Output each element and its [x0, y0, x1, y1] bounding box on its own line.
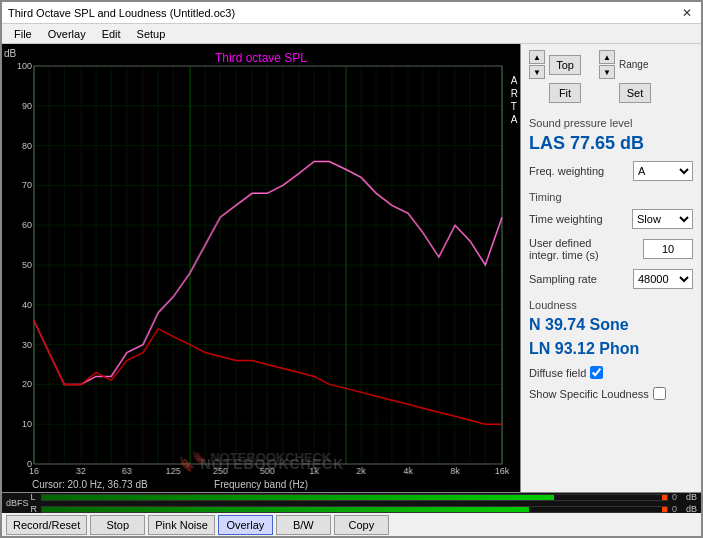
r-meter-peak: [662, 507, 667, 512]
main-window: Third Octave SPL and Loudness (Untitled.…: [0, 0, 703, 538]
set-button[interactable]: Set: [619, 83, 651, 103]
sampling-rate-select[interactable]: 48000 44100 96000: [633, 269, 693, 289]
close-button[interactable]: ✕: [679, 5, 695, 21]
cursor-info: Cursor: 20.0 Hz, 36.73 dB: [32, 479, 148, 490]
spl-section-label: Sound pressure level: [529, 117, 693, 129]
loudness-ln-value: LN 93.12 Phon: [529, 339, 693, 360]
main-content: Third octave SPL dB ARTA Cursor: 20.0 Hz…: [2, 44, 701, 492]
bw-button[interactable]: B/W: [276, 515, 331, 535]
loudness-n-value: N 39.74 Sone: [529, 315, 693, 336]
time-weighting-select[interactable]: Slow Fast Impulse: [632, 209, 693, 229]
fit-button[interactable]: Fit: [549, 83, 581, 103]
pink-noise-button[interactable]: Pink Noise: [148, 515, 215, 535]
copy-button[interactable]: Copy: [334, 515, 389, 535]
l-channel-label: L: [31, 492, 39, 502]
l-meter-fill: [42, 495, 555, 500]
r-channel-label: R: [31, 504, 39, 514]
top-controls-section: ▲ ▼ Top ▲ ▼ Range Fit Set: [529, 50, 693, 105]
spl-value: LAS 77.65 dB: [529, 133, 693, 155]
window-title: Third Octave SPL and Loudness (Untitled.…: [8, 7, 235, 19]
y-axis-label: dB: [4, 48, 16, 59]
timing-section-label: Timing: [529, 191, 693, 203]
l-meter-track: [41, 494, 668, 501]
range-down-arrow[interactable]: ▼: [599, 65, 615, 79]
diffuse-field-label: Diffuse field: [529, 367, 586, 379]
l-db-val: 0: [672, 492, 684, 502]
top-button[interactable]: Top: [549, 55, 581, 75]
sidebar: ▲ ▼ Top ▲ ▼ Range Fit Set: [521, 44, 701, 492]
menu-setup[interactable]: Setup: [129, 26, 174, 41]
diffuse-field-checkbox[interactable]: [590, 366, 603, 379]
db-unit: dB: [686, 492, 697, 502]
time-weighting-row: Time weighting Slow Fast Impulse: [529, 209, 693, 229]
menu-overlay[interactable]: Overlay: [40, 26, 94, 41]
specific-loudness-row: Show Specific Loudness: [529, 387, 693, 400]
stop-button[interactable]: Stop: [90, 515, 145, 535]
fit-row: Fit Set: [529, 83, 693, 103]
arta-label: ARTA: [511, 74, 518, 126]
r-meter-fill: [42, 507, 530, 512]
range-label: Range: [619, 59, 648, 70]
sampling-rate-row: Sampling rate 48000 44100 96000: [529, 269, 693, 289]
diffuse-field-row: Diffuse field: [529, 366, 693, 379]
specific-loudness-label: Show Specific Loudness: [529, 388, 649, 400]
sampling-rate-label: Sampling rate: [529, 273, 597, 285]
range-arrows: ▲ ▼: [599, 50, 615, 79]
menu-edit[interactable]: Edit: [94, 26, 129, 41]
title-bar: Third Octave SPL and Loudness (Untitled.…: [2, 2, 701, 24]
r-meter-track: [41, 506, 668, 513]
freq-weighting-label: Freq. weighting: [529, 165, 604, 177]
watermark: 🔖 NOTEBOOKCHECK: [178, 456, 345, 472]
range-up-arrow[interactable]: ▲: [599, 50, 615, 64]
meter-bar: dBFS L 0 dB R 0: [2, 493, 701, 513]
l-meter-peak: [662, 495, 667, 500]
integr-time-label: User definedintegr. time (s): [529, 237, 599, 261]
freq-band-label: Frequency band (Hz): [214, 479, 308, 490]
chart-area: Third octave SPL dB ARTA Cursor: 20.0 Hz…: [2, 44, 521, 492]
chart-canvas: [2, 44, 520, 492]
chart-title: Third octave SPL: [2, 48, 520, 68]
top-up-arrow[interactable]: ▲: [529, 50, 545, 64]
integr-time-row: User definedintegr. time (s) 10: [529, 237, 693, 261]
freq-weighting-row: Freq. weighting A B C Z: [529, 161, 693, 181]
overlay-button[interactable]: Overlay: [218, 515, 273, 535]
r-db-val: 0: [672, 504, 684, 514]
menu-file[interactable]: File: [6, 26, 40, 41]
menu-bar: File Overlay Edit Setup: [2, 24, 701, 44]
freq-weighting-select[interactable]: A B C Z: [633, 161, 693, 181]
top-down-arrow[interactable]: ▼: [529, 65, 545, 79]
integr-time-input[interactable]: 10: [643, 239, 693, 259]
db-unit2: dB: [686, 504, 697, 514]
loudness-section-label: Loudness: [529, 299, 693, 311]
top-arrows: ▲ ▼: [529, 50, 545, 79]
record-reset-button[interactable]: Record/Reset: [6, 515, 87, 535]
time-weighting-label: Time weighting: [529, 213, 603, 225]
bottom-bar: dBFS L 0 dB R 0: [2, 492, 701, 536]
button-bar: Record/Reset Stop Pink Noise Overlay B/W…: [2, 513, 701, 537]
top-row: ▲ ▼ Top ▲ ▼ Range: [529, 50, 693, 79]
dbfs-label: dBFS: [6, 498, 29, 508]
specific-loudness-checkbox[interactable]: [653, 387, 666, 400]
